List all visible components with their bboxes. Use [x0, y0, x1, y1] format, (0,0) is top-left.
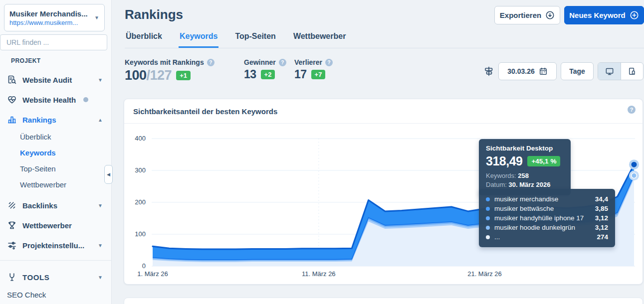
date-picker[interactable]: 30.03.26 [498, 62, 557, 80]
x-axis-labels: 1. März 2611. März 2621. März 26 [152, 270, 635, 279]
sidebar-item-tools[interactable]: TOOLS ▼ [0, 268, 112, 286]
sidebar-collapse-button[interactable]: ◀ [104, 165, 113, 184]
chevron-down-icon: ▼ [98, 203, 103, 208]
keyword-name: musiker bettwäsche [494, 205, 591, 213]
chevron-down-icon: ▼ [94, 15, 99, 20]
tooltip-keyword-row: musiker merchandise34,4 [486, 194, 608, 204]
filter-icon [483, 66, 494, 77]
filter-button[interactable] [483, 66, 494, 77]
chevron-down-icon: ▼ [98, 275, 103, 280]
chart-title: Sichtbarkeitsanteil der besten Keywords [133, 107, 277, 116]
series-dot-icon [486, 207, 490, 211]
mobile-toggle-button[interactable] [621, 63, 643, 80]
tooltip-keywords-value: 258 [518, 172, 529, 179]
keyword-name: musiker merchandise [494, 195, 591, 203]
help-icon[interactable]: ? [325, 59, 333, 66]
keyword-name: ... [494, 233, 592, 241]
keyword-value: 3,85 [595, 205, 608, 213]
sidebar-subitem-label: Überblick [20, 133, 51, 141]
y-tick-label: 300 [135, 166, 146, 174]
sidebar-item-label: Rankings [22, 116, 56, 124]
sidebar-subitem-label: Keywords [20, 149, 56, 157]
period-label: Tage [569, 67, 585, 75]
calendar-icon [539, 67, 548, 76]
y-tick-label: 400 [135, 135, 146, 142]
series-dot-icon [486, 197, 490, 201]
wrench-icon [7, 272, 17, 282]
sliders-icon [7, 240, 17, 250]
keyword-value: 3,12 [595, 214, 608, 222]
tooltip-keywords-label: Keywords: [486, 172, 516, 179]
sidebar-item-projekteinstellungen[interactable]: Projekteinstellu... ▼ [0, 236, 112, 254]
sidebar-item-label: Website Audit [22, 76, 72, 84]
keyword-value: 274 [597, 233, 608, 241]
backlinks-icon [7, 200, 17, 210]
tooltip-title: Sichtbarkeit Desktop [486, 145, 564, 152]
chevron-down-icon: ▼ [98, 243, 103, 248]
stat-label-row: Keywords mit Rankings ? [125, 58, 215, 66]
sidebar-item-label: Website Health [22, 96, 76, 104]
sidebar-item-keywords[interactable]: Keywords [0, 145, 112, 160]
desktop-toggle-button[interactable] [598, 63, 621, 80]
tooltip-keyword-row: musiker handyhülle iphone 173,12 [486, 213, 608, 223]
sidebar-item-website-health[interactable]: Website Health [0, 91, 112, 109]
keyword-value: 34,4 [595, 195, 608, 203]
tab-top-seiten[interactable]: Top-Seiten [234, 31, 276, 48]
sidebar-item-ueberblick[interactable]: Überblick [0, 129, 112, 145]
new-keyword-button-label: Neues Keyword [569, 11, 626, 19]
url-search-input[interactable] [0, 34, 107, 50]
project-url[interactable]: https://www.musikerm... [9, 19, 94, 26]
visibility-chart-card: Sichtbarkeitsanteil der besten Keywords … [124, 99, 643, 285]
sidebar-item-label: Projekteinstellu... [22, 241, 84, 250]
sidebar-item-label: TOOLS [22, 273, 49, 282]
help-icon[interactable]: ? [279, 59, 286, 66]
new-keyword-button[interactable]: Neues Keyword [564, 6, 644, 24]
trophy-icon [7, 220, 17, 230]
download-icon [545, 10, 555, 20]
change-badge: +1 [176, 71, 191, 80]
y-tick-label: 100 [135, 230, 146, 238]
sidebar-item-wettbewerber[interactable]: Wettbewerber [0, 216, 112, 234]
tooltip-date-value: 30. März 2026 [509, 181, 551, 188]
chevron-down-icon: ▼ [98, 77, 103, 83]
y-axis-labels: 0100200300400 [124, 139, 146, 266]
sidebar-item-wettbewerber-sub[interactable]: Wettbewerber [0, 176, 112, 192]
stat-value: 13 [244, 68, 256, 81]
tooltip-meta: Keywords: 258 Datum: 30. März 2026 [486, 171, 564, 189]
help-icon[interactable]: ? [207, 59, 215, 66]
sidebar-item-top-seiten[interactable]: Top-Seiten [0, 160, 112, 176]
page-title: Rankings [125, 7, 183, 22]
tab-wettbewerber[interactable]: Wettbewerber [292, 31, 347, 48]
mobile-icon [628, 67, 637, 76]
period-selector[interactable]: Tage [561, 62, 594, 80]
help-icon[interactable]: ? [628, 106, 636, 114]
stat-label: Verlierer [294, 58, 322, 66]
tab-ueberblick[interactable]: Überblick [125, 31, 163, 48]
chart-card-header: Sichtbarkeitsanteil der besten Keywords [124, 99, 643, 124]
stat-label: Gewinner [244, 58, 276, 66]
sidebar-divider [0, 260, 112, 261]
health-icon [7, 95, 17, 105]
series-dot-icon [486, 235, 490, 239]
stat-value: 100/127 [125, 68, 172, 83]
sidebar-item-rankings[interactable]: Rankings ▲ [0, 111, 112, 129]
export-button[interactable]: Exportieren [494, 6, 560, 24]
desktop-icon [605, 67, 614, 76]
main-content: Rankings Exportieren Neues Keyword Überb… [112, 0, 644, 304]
sidebar-item-backlinks[interactable]: Backlinks ▼ [0, 196, 112, 214]
project-selector[interactable]: Musiker Merchandis... https://www.musike… [4, 4, 105, 31]
keyword-name: musiker hoodie dunkelgrün [494, 224, 591, 232]
export-button-label: Exportieren [500, 11, 541, 19]
sidebar-item-seo-check[interactable]: SEO Check [7, 291, 46, 299]
sidebar-item-website-audit[interactable]: Website Audit ▼ [0, 71, 112, 89]
rankings-icon [7, 115, 17, 125]
tooltip-keyword-row: ...274 [486, 232, 608, 242]
stat-gewinner: Gewinner ? 13 +2 [244, 58, 286, 81]
tooltip-value: 318,49 [486, 154, 522, 168]
y-tick-label: 0 [142, 262, 146, 270]
change-badge: +2 [261, 70, 275, 79]
sidebar-item-label: Backlinks [22, 201, 57, 210]
change-badge: +7 [311, 70, 326, 79]
plus-circle-icon [630, 10, 639, 20]
tab-keywords[interactable]: Keywords [179, 31, 218, 48]
